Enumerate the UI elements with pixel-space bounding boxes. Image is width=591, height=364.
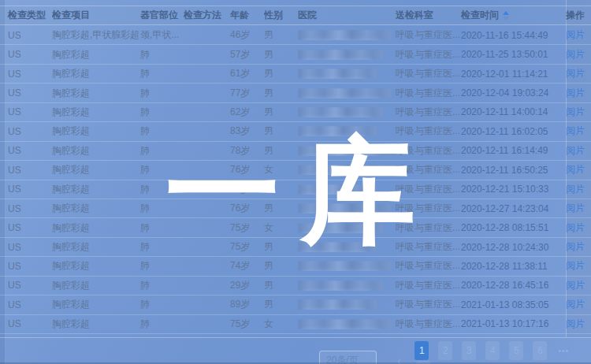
- header-organ-part: 器官部位: [140, 9, 184, 22]
- cell-exam-item: 胸腔彩超: [52, 259, 140, 273]
- header-gender: 性别: [264, 9, 298, 22]
- cell-department: 呼吸与重症医...: [396, 279, 461, 292]
- page-size-select[interactable]: 20条/页: [319, 351, 377, 364]
- cell-exam-type: US: [0, 49, 52, 60]
- sort-asc-icon[interactable]: [503, 11, 509, 15]
- cell-exam-item: 胸腔彩超: [52, 106, 140, 119]
- view-images-link[interactable]: 阅片: [566, 318, 585, 329]
- cell-hospital: [298, 261, 396, 271]
- cell-age: 74岁: [230, 259, 264, 273]
- cell-gender: 男: [264, 279, 298, 292]
- view-images-link[interactable]: 阅片: [566, 125, 585, 136]
- cell-exam-type: US: [0, 165, 52, 176]
- cell-exam-time: 2021-01-13 08:35:05: [461, 299, 566, 310]
- cell-gender: 男: [264, 259, 298, 273]
- cell-hospital: [298, 69, 396, 79]
- cell-organ-part: 肺: [140, 87, 184, 100]
- cell-exam-time: 2021-01-13 10:17:16: [461, 318, 566, 329]
- pagination: 20条/页 ‹ 123456•••16: [319, 341, 591, 364]
- cell-hospital: [298, 30, 396, 40]
- cell-organ-part: 肺: [140, 259, 184, 273]
- header-exam-time[interactable]: 检查时间: [461, 9, 566, 22]
- cell-department: 呼吸与重症医...: [396, 48, 461, 61]
- view-images-link[interactable]: 阅片: [566, 202, 585, 214]
- cell-exam-item: 胸腔彩超: [52, 298, 140, 311]
- view-images-link[interactable]: 阅片: [566, 299, 585, 310]
- cell-exam-item: 胸腔彩超: [52, 124, 140, 138]
- view-images-link[interactable]: 阅片: [566, 68, 585, 79]
- table-footer: 20条/页 ‹ 123456•••16: [0, 337, 591, 364]
- cell-age: 75岁: [230, 318, 264, 331]
- header-exam-time-label: 检查时间: [461, 9, 499, 22]
- cell-exam-item: 胸腔彩超,甲状腺彩超: [52, 28, 140, 42]
- cell-age: 77岁: [230, 87, 264, 100]
- cell-department: 呼吸与重症医...: [396, 106, 461, 119]
- table-row: US 胸腔彩超 肺 89岁 男 呼吸与重症医... 2021-01-13 08:…: [0, 295, 591, 314]
- cell-exam-time: 2020-12-04 19:03:24: [461, 87, 566, 98]
- cell-age: 29岁: [230, 279, 264, 292]
- cell-age: 57岁: [230, 48, 264, 61]
- cell-exam-type: US: [0, 69, 52, 80]
- table-row: US 胸腔彩超 肺 61岁 男 呼吸与重症医... 2020-12-01 11:…: [0, 65, 591, 84]
- cell-age: 61岁: [230, 67, 264, 80]
- cell-exam-type: US: [0, 299, 52, 310]
- cell-exam-type: US: [0, 242, 52, 253]
- cell-exam-time: 2020-12-28 11:38:11: [461, 261, 566, 272]
- view-images-link[interactable]: 阅片: [566, 241, 585, 252]
- page-ellipsis[interactable]: •••: [556, 342, 571, 361]
- cell-exam-type: US: [0, 318, 52, 329]
- hospital-redacted-blur: [298, 50, 383, 60]
- cell-hospital: [298, 88, 396, 98]
- hospital-redacted-blur: [298, 30, 391, 40]
- cell-gender: 女: [264, 318, 298, 331]
- cell-exam-item: 胸腔彩超: [52, 221, 140, 235]
- view-images-link[interactable]: 阅片: [566, 260, 585, 271]
- view-images-link[interactable]: 阅片: [566, 164, 585, 175]
- cell-department: 呼吸与重症医...: [396, 67, 461, 80]
- hospital-redacted-blur: [298, 319, 391, 329]
- view-images-link[interactable]: 阅片: [566, 29, 585, 40]
- cell-exam-type: US: [0, 87, 52, 98]
- table-row: US 胸腔彩超 肺 74岁 男 呼吸与重症医... 2020-12-28 11:…: [0, 257, 591, 276]
- sort-desc-icon[interactable]: [503, 17, 509, 20]
- cell-gender: 男: [264, 106, 298, 119]
- cell-exam-type: US: [0, 106, 52, 117]
- page-button-2[interactable]: 2: [438, 341, 452, 360]
- view-images-link[interactable]: 阅片: [566, 222, 585, 233]
- page-button-3[interactable]: 3: [462, 341, 476, 360]
- cell-exam-type: US: [0, 222, 52, 233]
- view-images-link[interactable]: 阅片: [566, 49, 585, 60]
- cell-exam-time: 2020-12-11 16:50:25: [461, 165, 566, 176]
- page-button-5[interactable]: 5: [509, 341, 523, 360]
- cell-exam-item: 胸腔彩超: [52, 48, 140, 61]
- view-images-link[interactable]: 阅片: [566, 184, 585, 195]
- page-button-4[interactable]: 4: [485, 341, 500, 360]
- cell-hospital: [298, 319, 396, 329]
- cell-exam-item: 胸腔彩超: [52, 163, 140, 176]
- view-images-link[interactable]: 阅片: [566, 280, 585, 291]
- view-images-link[interactable]: 阅片: [566, 145, 585, 156]
- table-row: US 胸腔彩超 肺 29岁 男 呼吸与重症医... 2020-12-28 16:…: [0, 277, 591, 295]
- page-button-6[interactable]: 6: [533, 341, 547, 360]
- hospital-redacted-blur: [298, 261, 391, 271]
- view-images-link[interactable]: 阅片: [566, 87, 585, 98]
- page-button-16[interactable]: 16: [416, 361, 430, 364]
- cell-gender: 男: [264, 87, 298, 100]
- cell-organ-part: 肺: [140, 67, 184, 80]
- cell-department: 呼吸与重症医...: [396, 259, 461, 273]
- header-exam-type: 检查类型: [0, 9, 52, 22]
- cell-exam-time: 2020-12-21 15:10:33: [461, 184, 566, 195]
- cell-department: 呼吸与重症医...: [396, 87, 461, 100]
- cell-exam-time: 2020-12-01 11:14:21: [461, 69, 566, 80]
- cell-exam-type: US: [0, 261, 52, 272]
- page-button-1[interactable]: 1: [414, 341, 429, 360]
- cell-exam-item: 胸腔彩超: [52, 279, 140, 292]
- cell-age: 46岁: [230, 28, 264, 42]
- table-row: US 胸腔彩超 肺 57岁 男 呼吸与重症医... 2020-11-25 13:…: [0, 45, 591, 64]
- cell-exam-item: 胸腔彩超: [52, 318, 140, 331]
- cell-exam-item: 胸腔彩超: [52, 202, 140, 215]
- prev-page-button[interactable]: ‹: [392, 354, 407, 364]
- cell-hospital: [298, 107, 396, 117]
- sort-carets[interactable]: [503, 11, 509, 20]
- view-images-link[interactable]: 阅片: [566, 106, 585, 117]
